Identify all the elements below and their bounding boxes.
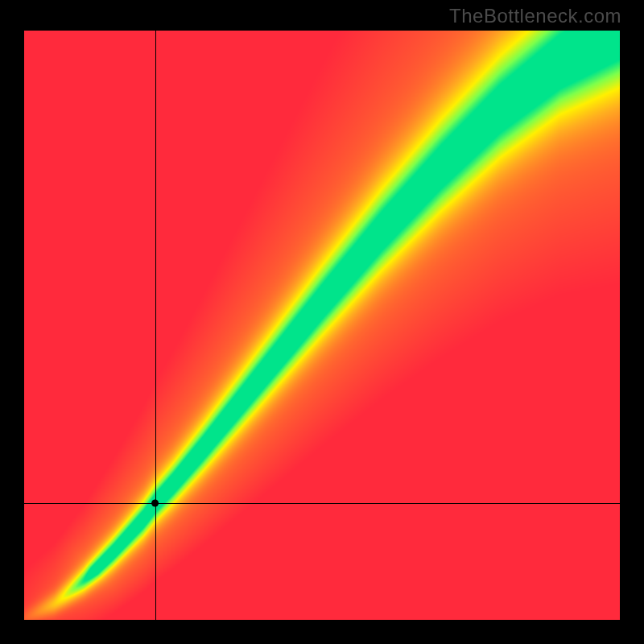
chart-frame: TheBottleneck.com bbox=[0, 0, 644, 644]
bottleneck-heatmap bbox=[24, 31, 620, 620]
plot-area bbox=[24, 31, 620, 620]
watermark-label: TheBottleneck.com bbox=[449, 5, 621, 27]
